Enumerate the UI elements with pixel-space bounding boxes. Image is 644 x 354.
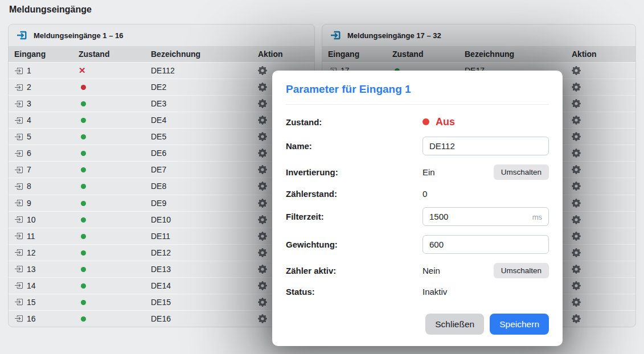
row-number: 15: [27, 298, 36, 307]
cell-zustand: [79, 149, 151, 158]
gear-icon[interactable]: [258, 199, 267, 208]
cell-eingang: 2: [14, 83, 79, 92]
row-number: 4: [27, 116, 31, 125]
table-row: 14 DE14: [9, 277, 314, 294]
gear-icon[interactable]: [258, 66, 267, 75]
field-label: Status:: [286, 287, 423, 297]
gear-icon[interactable]: [258, 132, 267, 141]
state-dot: [81, 184, 86, 189]
box-arrow-in-icon: [14, 248, 23, 257]
gear-icon[interactable]: [258, 215, 267, 224]
cell-aktion: [572, 66, 630, 75]
field-label: Zähler aktiv:: [286, 266, 423, 275]
field-value: Nein: [423, 266, 440, 275]
field-zaehler-aktiv: Zähler aktiv: Nein Umschalten: [286, 263, 549, 278]
cell-eingang: 16: [14, 314, 79, 323]
filterzeit-input[interactable]: [423, 207, 549, 226]
name-input[interactable]: [423, 137, 549, 155]
row-number: 11: [27, 232, 35, 241]
row-name: DE13: [151, 265, 258, 274]
gear-icon[interactable]: [258, 83, 267, 92]
state-dot: [81, 283, 86, 289]
box-arrow-in-icon: [14, 166, 23, 174]
row-name: DE5: [151, 132, 258, 141]
cell-eingang: 14: [14, 281, 79, 290]
field-label: Invertierung:: [286, 167, 423, 177]
col-bezeichnung: Bezeichnung: [151, 50, 258, 59]
col-eingang: Eingang: [14, 50, 79, 59]
row-number: 14: [27, 281, 36, 290]
umschalten-button[interactable]: Umschalten: [494, 263, 549, 278]
gear-icon[interactable]: [572, 232, 581, 241]
row-name: DE2: [151, 83, 258, 92]
gear-icon[interactable]: [258, 314, 267, 323]
cell-zustand: [79, 182, 151, 191]
field-gewichtung: Gewichtung:: [286, 235, 549, 254]
save-button[interactable]: Speichern: [490, 314, 549, 335]
row-name: DE10: [151, 215, 258, 224]
modal-fields: Zustand: Aus Name: Invertierung: Ein Ums…: [286, 107, 549, 306]
gear-icon[interactable]: [572, 182, 581, 191]
gear-icon[interactable]: [258, 99, 267, 108]
table-header: Eingang Zustand Bezeichnung Aktion: [9, 46, 314, 62]
gewichtung-input[interactable]: [423, 235, 549, 254]
gear-icon[interactable]: [572, 298, 581, 307]
row-number: 13: [27, 265, 36, 274]
gear-icon[interactable]: [572, 132, 581, 141]
table-row: 2 DE2: [9, 79, 314, 95]
table-body: 1 ✕ DE112 2 DE2: [9, 62, 314, 327]
modal-title: Parameter für Eingang 1: [286, 83, 549, 105]
state-dot: [81, 85, 86, 90]
box-arrow-in-icon: [16, 30, 27, 41]
field-filterzeit: Filterzeit: ms: [286, 207, 549, 226]
gear-icon[interactable]: [258, 281, 267, 290]
state-dot: [81, 267, 86, 272]
cell-eingang: 15: [14, 298, 79, 307]
gear-icon[interactable]: [258, 232, 267, 241]
card-title: Meldungseingänge 1 – 16: [34, 31, 124, 40]
cell-eingang: 1: [14, 66, 79, 75]
gear-icon[interactable]: [572, 215, 581, 224]
cell-zustand: [79, 116, 151, 125]
close-button[interactable]: Schließen: [425, 314, 484, 335]
state-dot: [81, 101, 86, 106]
cell-aktion: [572, 281, 630, 290]
gear-icon[interactable]: [572, 248, 581, 257]
gear-icon[interactable]: [572, 281, 581, 290]
status-value: Aus: [436, 116, 455, 128]
gear-icon[interactable]: [572, 116, 581, 125]
gear-icon[interactable]: [258, 182, 267, 191]
box-arrow-in-icon: [330, 30, 341, 41]
field-zaehlerstand: Zählerstand: 0: [286, 189, 549, 199]
gear-icon[interactable]: [572, 199, 581, 208]
gear-icon[interactable]: [572, 149, 581, 158]
gear-icon[interactable]: [572, 265, 581, 274]
gear-icon[interactable]: [572, 314, 581, 323]
gear-icon[interactable]: [572, 66, 581, 75]
cell-eingang: 4: [14, 116, 79, 125]
field-value: Ein: [423, 167, 435, 177]
state-dot: [81, 201, 86, 206]
table-row: 11 DE11: [9, 228, 314, 244]
table-row: 8 DE8: [9, 178, 314, 194]
box-arrow-in-icon: [14, 199, 23, 207]
gear-icon[interactable]: [572, 165, 581, 174]
state-dot: [81, 118, 86, 123]
gear-icon[interactable]: [258, 149, 267, 158]
cell-eingang: 3: [14, 99, 79, 108]
gear-icon[interactable]: [572, 99, 581, 108]
gear-icon[interactable]: [258, 265, 267, 274]
state-dot: [81, 234, 86, 239]
gear-icon[interactable]: [258, 248, 267, 257]
row-name: DE6: [151, 149, 258, 158]
cell-eingang: 12: [14, 248, 79, 257]
card-title: Meldungseingänge 17 – 32: [347, 31, 441, 40]
box-arrow-in-icon: [14, 67, 23, 75]
gear-icon[interactable]: [258, 116, 267, 125]
gear-icon[interactable]: [258, 165, 267, 174]
row-name: DE112: [151, 66, 258, 75]
cell-eingang: 10: [14, 215, 79, 224]
umschalten-button[interactable]: Umschalten: [494, 164, 549, 180]
gear-icon[interactable]: [258, 298, 267, 307]
gear-icon[interactable]: [572, 83, 581, 92]
